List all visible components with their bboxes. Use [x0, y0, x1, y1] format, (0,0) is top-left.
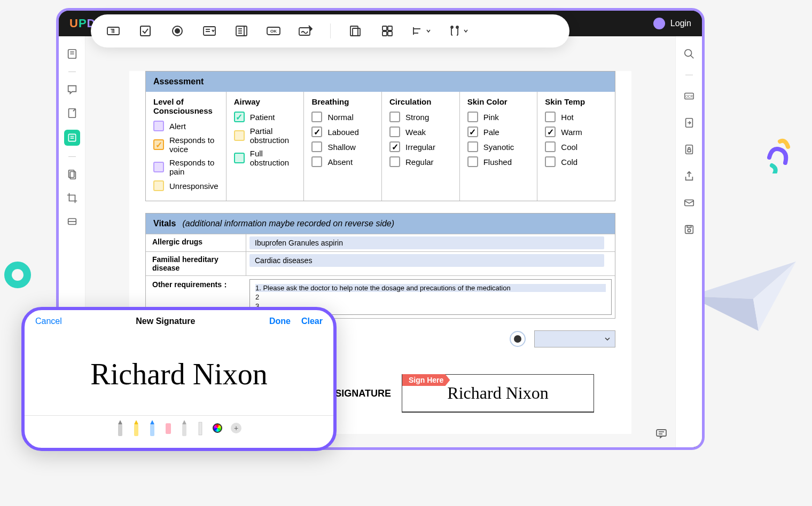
- chevron-down-icon: [604, 336, 611, 342]
- checkbox-item[interactable]: Regular: [389, 156, 452, 167]
- checkbox-icon[interactable]: [467, 112, 478, 122]
- checkbox-item[interactable]: Cool: [545, 141, 607, 152]
- checkbox-icon[interactable]: [467, 141, 478, 152]
- search-icon[interactable]: [682, 47, 696, 61]
- checkbox-icon[interactable]: [311, 112, 322, 122]
- convert-icon[interactable]: [682, 116, 696, 130]
- checkbox-icon[interactable]: [545, 156, 556, 167]
- share-icon[interactable]: [682, 169, 696, 183]
- clear-button[interactable]: Clear: [301, 317, 323, 326]
- pencil-tool[interactable]: [181, 420, 188, 436]
- vitals-row: Allergic drugsIbuprofen Granules aspirin: [146, 234, 615, 251]
- svg-rect-51: [382, 26, 387, 30]
- checkbox-icon[interactable]: [467, 156, 478, 167]
- ruler-tool[interactable]: [197, 420, 204, 436]
- button-tool-icon[interactable]: OK: [266, 23, 281, 38]
- signature-tool-icon[interactable]: [298, 23, 313, 38]
- column-title: Skin Color: [467, 97, 530, 106]
- checkbox-item[interactable]: Responds to pain: [153, 158, 218, 176]
- checkbox-icon[interactable]: [389, 156, 400, 167]
- checkbox-item[interactable]: Hot: [545, 112, 607, 122]
- sidebar-crop-icon[interactable]: [65, 191, 79, 205]
- checkbox-icon[interactable]: [389, 112, 400, 122]
- text-field-tool-icon[interactable]: T: [106, 23, 121, 38]
- radio-tool-icon[interactable]: [170, 23, 185, 38]
- checkbox-icon[interactable]: [311, 141, 322, 152]
- sidebar-form-icon[interactable]: [64, 130, 80, 146]
- align-tool-dropdown[interactable]: [412, 25, 431, 37]
- signature-radio[interactable]: [510, 331, 526, 347]
- checkbox-item[interactable]: Normal: [311, 112, 374, 122]
- checkbox-item[interactable]: Responds to voice: [153, 136, 218, 154]
- checkbox-icon[interactable]: [234, 112, 245, 122]
- checkbox-icon[interactable]: [234, 130, 245, 141]
- eraser-tool[interactable]: [165, 420, 172, 436]
- checkbox-item[interactable]: Warm: [545, 127, 607, 137]
- grid-tool-icon[interactable]: [380, 23, 395, 38]
- checkbox-icon[interactable]: [234, 153, 245, 163]
- checkbox-tool-icon[interactable]: [138, 23, 153, 38]
- checkbox-icon[interactable]: [153, 121, 164, 131]
- checkbox-icon[interactable]: [311, 127, 322, 137]
- checkbox-item[interactable]: Unresponsive: [153, 180, 218, 191]
- checkbox-item[interactable]: Pink: [467, 112, 530, 122]
- checkbox-item[interactable]: Syanotic: [467, 141, 530, 152]
- cancel-button[interactable]: Cancel: [35, 317, 62, 326]
- sidebar-reader-icon[interactable]: [65, 47, 79, 61]
- checkbox-icon[interactable]: [153, 180, 164, 191]
- pen-tool-2[interactable]: [132, 420, 140, 436]
- login-button[interactable]: Login: [670, 19, 691, 28]
- sidebar-organize-icon[interactable]: [65, 168, 79, 181]
- add-tool-button[interactable]: +: [231, 423, 241, 433]
- color-picker[interactable]: [213, 423, 222, 433]
- vitals-input[interactable]: Cardiac diseases: [249, 254, 604, 267]
- sidebar-redact-icon[interactable]: [65, 215, 79, 228]
- listbox-tool-icon[interactable]: [234, 23, 249, 38]
- sidebar-edit-icon[interactable]: [65, 106, 79, 120]
- pen-tool-1[interactable]: [116, 420, 124, 436]
- checkbox-label: Syanotic: [483, 143, 514, 152]
- checkbox-icon[interactable]: [545, 127, 556, 137]
- checkbox-icon[interactable]: [467, 127, 478, 137]
- checkbox-label: Unresponsive: [169, 181, 218, 191]
- checkbox-icon[interactable]: [545, 141, 556, 152]
- checkbox-label: Strong: [405, 113, 429, 122]
- checkbox-item[interactable]: Full obstruction: [234, 149, 296, 167]
- image-tool-icon[interactable]: [348, 23, 363, 38]
- checkbox-item[interactable]: Patient: [234, 112, 296, 122]
- checkbox-item[interactable]: Partial obstruction: [234, 127, 296, 145]
- save-icon[interactable]: [682, 223, 696, 236]
- protect-icon[interactable]: [682, 143, 696, 156]
- checkbox-icon[interactable]: [311, 156, 322, 167]
- checkbox-icon[interactable]: [389, 127, 400, 137]
- signature-dropdown[interactable]: [534, 330, 615, 347]
- checkbox-item[interactable]: Weak: [389, 127, 452, 137]
- user-avatar-icon[interactable]: [653, 18, 665, 29]
- checkbox-icon[interactable]: [545, 112, 556, 122]
- checkbox-item[interactable]: Irregular: [389, 141, 452, 152]
- ocr-icon[interactable]: OCR: [682, 89, 696, 103]
- dropdown-tool-icon[interactable]: [202, 23, 217, 38]
- assessment-column: AirwayPatientPartial obstructionFull obs…: [227, 92, 304, 201]
- checkbox-icon[interactable]: [153, 139, 164, 150]
- tools-dropdown[interactable]: [448, 25, 469, 37]
- checkbox-item[interactable]: Absent: [311, 156, 374, 167]
- checkbox-item[interactable]: Flushed: [467, 156, 530, 167]
- signature-box[interactable]: Sign Here Richard Nixon: [402, 374, 594, 413]
- comment-panel-icon[interactable]: [655, 427, 668, 440]
- checkbox-item[interactable]: Alert: [153, 121, 218, 131]
- checkbox-item[interactable]: Strong: [389, 112, 452, 122]
- sidebar-comment-icon[interactable]: [65, 83, 79, 97]
- checkbox-icon[interactable]: [389, 141, 400, 152]
- mobile-signature-dialog: Cancel New Signature Done Clear Richard …: [21, 307, 337, 451]
- checkbox-item[interactable]: Cold: [545, 156, 607, 167]
- checkbox-item[interactable]: Shallow: [311, 141, 374, 152]
- vitals-input[interactable]: Ibuprofen Granules aspirin: [249, 236, 604, 249]
- checkbox-item[interactable]: Laboued: [311, 127, 374, 137]
- pen-tool-3[interactable]: [149, 420, 156, 436]
- email-icon[interactable]: [682, 196, 696, 210]
- done-button[interactable]: Done: [269, 317, 291, 326]
- checkbox-item[interactable]: Pale: [467, 127, 530, 137]
- signature-canvas[interactable]: Richard Nixon: [25, 333, 333, 415]
- checkbox-icon[interactable]: [153, 162, 164, 172]
